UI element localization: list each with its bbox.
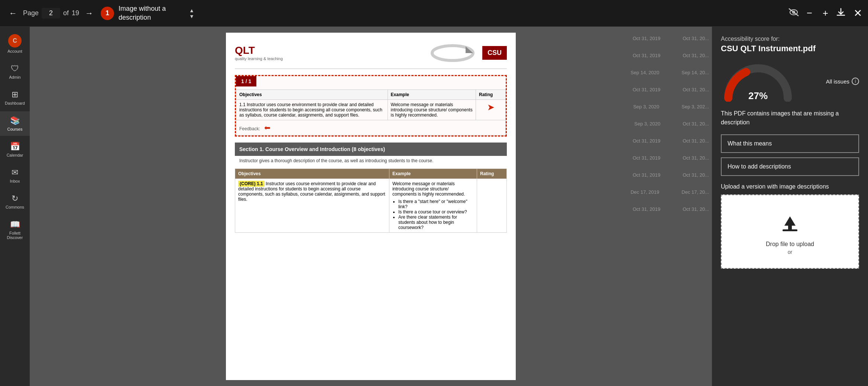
core-badge: (CORE) 1.1: [238, 181, 265, 187]
qlt-logo-area: QLT quality learning & teaching: [235, 45, 423, 61]
issue-chevrons: ▲ ▼: [189, 8, 194, 19]
what-this-means-button[interactable]: What this means: [721, 134, 859, 153]
sidebar-label-account: Account: [7, 49, 22, 53]
account-avatar: C: [8, 34, 22, 48]
upload-dropzone[interactable]: Drop file to upload or: [721, 194, 859, 269]
svg-marker-6: [784, 216, 796, 230]
upload-drop-text: Drop file to upload: [766, 241, 814, 248]
zoom-in-button[interactable]: +: [820, 6, 831, 20]
sidebar-item-inbox[interactable]: ✉ Inbox: [0, 163, 30, 188]
info-icon[interactable]: i: [852, 78, 859, 85]
table-cell-rating: ➤: [476, 100, 506, 120]
core-ex-4: Are there clear statements for students …: [398, 215, 474, 230]
core-objectives-cell: (CORE) 1.1 Instructor uses course enviro…: [235, 179, 389, 233]
page-total: 19: [72, 9, 79, 17]
issue-label: Image without a description: [119, 4, 185, 22]
sidebar-item-account[interactable]: C Account: [0, 30, 30, 58]
qlt-logo: QLT: [235, 45, 423, 56]
panel-title-small: Accessibility score for:: [721, 36, 859, 42]
sidebar-label-calendar: Calendar: [7, 153, 23, 157]
feedback-label: Feedback:: [239, 126, 260, 131]
core-example-list: Is there a "start here" or "welcome" lin…: [392, 199, 474, 230]
sidebar-item-commons[interactable]: ↻ Commons: [0, 189, 30, 214]
download-button[interactable]: [836, 7, 846, 20]
right-panel: Accessibility score for: CSU QLT Instrum…: [712, 27, 868, 386]
core-rating-cell: [477, 179, 507, 233]
sidebar-item-courses[interactable]: 📚 Courses: [0, 111, 30, 136]
image-counter-badge: 1 / 1: [236, 76, 256, 86]
page-navigation: ← Page of 19 →: [6, 7, 96, 20]
commons-icon: ↻: [12, 194, 18, 203]
section-header: Section 1. Course Overview and Introduct…: [235, 143, 507, 156]
page-of-label: of: [63, 9, 69, 17]
toolbar: ← Page of 19 → 1 Image without a descrip…: [0, 0, 868, 27]
close-panel-button[interactable]: ✕: [854, 7, 862, 19]
table-row-1: 1.1 Instructor uses course environment t…: [236, 100, 506, 120]
arrow-right-icon: ➤: [487, 102, 495, 112]
pdf-graphic: [423, 42, 482, 64]
core-ex-1: Welcome message or materials introducing…: [392, 181, 474, 197]
core-ex-3: Is there a course tour or overview?: [398, 209, 474, 215]
upload-or-text: or: [788, 249, 792, 255]
inbox-icon: ✉: [12, 168, 18, 177]
pdf-document: QLT quality learning & teaching CSU 1 / …: [226, 33, 516, 380]
pdf-header: QLT quality learning & teaching CSU: [235, 42, 507, 69]
admin-icon: 🛡: [11, 64, 19, 73]
feedback-cell: Feedback: ⬅: [236, 120, 506, 135]
how-to-add-descriptions-button[interactable]: How to add descriptions: [721, 157, 859, 176]
sidebar-label-commons: Commons: [6, 205, 24, 209]
sidebar-item-dashboard[interactable]: ⊞ Dashboard: [0, 85, 30, 110]
upload-section: Upload a version with image descriptions…: [721, 183, 859, 269]
upload-icon: [781, 215, 799, 236]
page-label: Page: [23, 9, 39, 17]
sidebar-item-follett[interactable]: 📖 Follett Discover: [0, 215, 30, 244]
table-header-rating: Rating: [476, 90, 506, 100]
table2-header-example: Example: [389, 169, 477, 179]
follett-icon: 📖: [10, 220, 20, 229]
table-header-objectives: Objectives: [236, 90, 388, 100]
pdf-viewer[interactable]: Oct 31, 2019Oct 31, 20... Oct 31, 2019Oc…: [30, 27, 712, 386]
sidebar-item-admin[interactable]: 🛡 Admin: [0, 59, 30, 84]
sidebar-label-follett: Follett Discover: [1, 231, 28, 240]
main-content: C Account 🛡 Admin ⊞ Dashboard 📚 Courses …: [0, 27, 868, 386]
zoom-out-button[interactable]: −: [804, 6, 815, 20]
gauge-wrap: 27%: [721, 61, 795, 102]
issue-count-badge: 1: [101, 7, 114, 20]
table-header-example: Example: [388, 90, 476, 100]
panel-title-large: CSU QLT Instrument.pdf: [721, 44, 859, 53]
table-cell-ex: Welcome message or materials introducing…: [388, 100, 476, 120]
core-example-cell: Welcome message or materials introducing…: [389, 179, 477, 233]
pdf-table-2: Objectives Example Rating (CORE) 1.1 Ins…: [235, 169, 507, 233]
core-ex-2: Is there a "start here" or "welcome" lin…: [398, 199, 474, 209]
sidebar-label-dashboard: Dashboard: [5, 101, 25, 105]
sidebar-label-admin: Admin: [9, 75, 20, 79]
gauge-percent: 27%: [748, 90, 768, 102]
next-page-button[interactable]: →: [82, 7, 96, 20]
all-issues-label: All issues: [826, 78, 849, 85]
page-input[interactable]: [42, 8, 60, 19]
all-issues: All issues i: [826, 78, 859, 85]
courses-icon: 📚: [10, 116, 20, 125]
sidebar: C Account 🛡 Admin ⊞ Dashboard 📚 Courses …: [0, 27, 30, 386]
gauge-container: 27% All issues i: [721, 61, 859, 102]
feedback-row: Feedback: ⬅: [236, 120, 506, 135]
panel-description: This PDF contains images that are missin…: [721, 109, 859, 127]
highlighted-image-box: 1 / 1 Objectives Example Rating 1.1 Inst…: [235, 75, 507, 137]
calendar-icon: 📅: [10, 142, 20, 151]
csu-logo: CSU: [482, 46, 507, 60]
section-desc: Instructor gives a thorough description …: [235, 156, 507, 166]
table-cell-obj: 1.1 Instructor uses course environment t…: [236, 100, 388, 120]
pdf-table-1: Objectives Example Rating 1.1 Instructor…: [236, 89, 506, 135]
hide-icon: [788, 8, 799, 19]
issue-next-button[interactable]: ▼: [189, 14, 194, 19]
arrow-left-icon: ⬅: [264, 124, 271, 132]
prev-page-button[interactable]: ←: [6, 7, 20, 20]
upload-title: Upload a version with image descriptions: [721, 183, 859, 190]
table2-header-objectives: Objectives: [235, 169, 389, 179]
core-row: (CORE) 1.1 Instructor uses course enviro…: [235, 179, 507, 233]
sidebar-item-calendar[interactable]: 📅 Calendar: [0, 137, 30, 162]
issue-prev-button[interactable]: ▲: [189, 8, 194, 13]
qlt-subtitle: quality learning & teaching: [235, 56, 423, 61]
sidebar-label-courses: Courses: [7, 127, 23, 131]
dashboard-icon: ⊞: [12, 90, 18, 99]
